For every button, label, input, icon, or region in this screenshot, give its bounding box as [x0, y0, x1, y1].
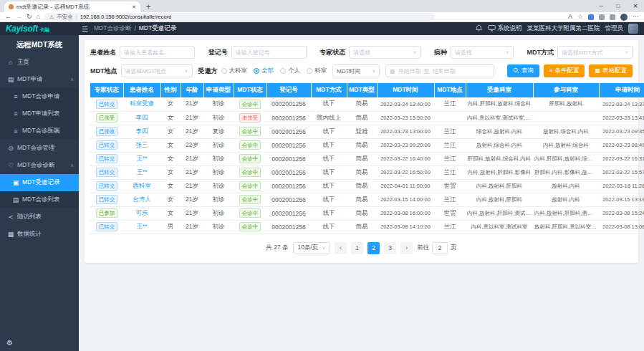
- window-close-button[interactable]: ✕: [627, 3, 644, 9]
- sidebar-item-mdt-apply-list[interactable]: ≡MDT申请列表: [0, 105, 79, 122]
- sidebar-item-mdt-invited-records[interactable]: ▣MDT受邀记录: [0, 174, 79, 191]
- cell-regno: 0002001256: [266, 111, 311, 125]
- notification-bell-icon[interactable]: [475, 24, 483, 34]
- new-tab-button[interactable]: +: [146, 3, 150, 11]
- expert-status-label: 专家状态: [319, 48, 345, 57]
- patient-name-link[interactable]: 王**: [136, 223, 147, 230]
- cell-joined-depts: 内科,放射科,肝胆科,测试科室: [533, 206, 599, 220]
- heart-icon: ♡: [7, 162, 14, 169]
- extension-icon[interactable]: [599, 14, 605, 20]
- date-range-picker[interactable]: ▦ 开始日期 至 结束日期: [385, 64, 494, 77]
- security-warning-icon[interactable]: ⚠: [49, 14, 54, 20]
- invitee-radio-科室[interactable]: 科室: [307, 67, 327, 75]
- sidebar-item-mdt-apply[interactable]: ▤MDT申请∧: [0, 71, 79, 88]
- form-icon: ▤: [7, 76, 14, 83]
- cell-mdt-status: 会诊中: [234, 152, 266, 165]
- patient-name-input[interactable]: [120, 46, 195, 59]
- mdt-status-badge: 会诊中: [239, 100, 261, 109]
- url-bar[interactable]: ⚠ 不安全 | 192.168.0.156:9002/consultalle/r…: [44, 13, 435, 21]
- condition-config-button[interactable]: ≡ 条件配置: [544, 64, 585, 77]
- patient-name-link[interactable]: 西科室: [133, 182, 151, 189]
- extension-icon[interactable]: [588, 14, 594, 20]
- mdt-status-badge: 会诊中: [239, 222, 261, 231]
- cell-expert-status: 已接受: [90, 111, 123, 125]
- sidebar-item-mdt-consult-list[interactable]: ▤MDT会诊列表: [0, 191, 79, 208]
- invitee-radio-大科室[interactable]: 大科室: [221, 67, 248, 75]
- patient-name-link[interactable]: 可乐: [136, 209, 148, 216]
- patient-name-link[interactable]: 台湾人: [133, 196, 151, 203]
- cell-joined-depts: 内科,肝胆科,放射科,综合科: [533, 152, 599, 165]
- patient-name-link[interactable]: 张三: [136, 141, 148, 148]
- forward-icon[interactable]: →: [16, 14, 22, 20]
- table-row: 已转交张三女22岁初诊会诊中0002001256线下简易2022-03-23 0…: [90, 138, 644, 152]
- expert-status-select[interactable]: 请选择 ∨: [349, 46, 420, 59]
- invitee-radio-全部[interactable]: 全部: [254, 67, 274, 75]
- patient-name-link[interactable]: 科室受邀: [130, 100, 154, 107]
- collapse-sidebar-icon[interactable]: ☰: [82, 25, 88, 33]
- cell-invited-depts: 内科,放射科,肝胆科: [466, 179, 533, 193]
- window-minimize-button[interactable]: ─: [592, 3, 610, 9]
- sidebar-item-mdt-consult-order[interactable]: ≡MDT会诊医嘱: [0, 122, 79, 140]
- invitee-radio-个人[interactable]: 个人: [280, 67, 300, 75]
- sidebar-nav: ⌂主页▤MDT申请∧≡MDT会诊申请≡MDT申请列表≡MDT会诊医嘱⊙MDT会诊…: [0, 54, 79, 243]
- patient-name-link[interactable]: 王**: [136, 155, 147, 162]
- cell-patient-name: 可乐: [123, 206, 160, 220]
- cell-invited-depts: 内科,放射科,肝胆科,测试科室: [466, 206, 533, 220]
- tab-close-icon[interactable]: ✕: [132, 4, 136, 10]
- home-icon: ⌂: [7, 59, 14, 66]
- system-help-button[interactable]: 系统说明: [488, 24, 522, 33]
- cell-mdt-type: 简易: [347, 220, 377, 234]
- chevron-up-icon: ∧: [70, 77, 74, 82]
- regno-input[interactable]: [231, 46, 307, 59]
- cell-mdt-place: 兰江: [434, 138, 466, 152]
- expert-status-badge: 已转交: [96, 168, 118, 177]
- back-icon[interactable]: ←: [5, 14, 11, 20]
- browser-tab[interactable]: mdt受邀记录 - 远程MDT系统 ✕: [4, 1, 140, 12]
- sidebar-item-home[interactable]: ⌂主页: [0, 54, 79, 71]
- next-page-button[interactable]: ›: [400, 242, 413, 254]
- browser-menu-icon[interactable]: ⋯: [633, 14, 639, 20]
- sidebar-item-follow-up-list[interactable]: ≺随访列表: [0, 208, 79, 226]
- search-button[interactable]: 查询: [507, 64, 539, 77]
- logo-text: Kayisoft: [6, 24, 38, 34]
- window-maximize-button[interactable]: □: [610, 3, 627, 9]
- patient-name-link[interactable]: 李四: [136, 128, 148, 135]
- list-icon: ≡: [12, 110, 19, 117]
- goto-page: 前往 页: [417, 242, 457, 254]
- cell-patient-name: 王**: [123, 220, 160, 234]
- cell-expert-status: 已接收: [90, 125, 123, 138]
- page-button-3[interactable]: 3: [384, 242, 396, 254]
- disease-select[interactable]: 请选择 ∨: [451, 46, 514, 59]
- home-icon[interactable]: ⌂: [37, 14, 40, 20]
- cell-mdt-time: 2022-03-22 16:40:00: [377, 152, 434, 165]
- user-avatar[interactable]: [628, 24, 638, 34]
- sidebar-item-data-stats[interactable]: ▦数据统计: [0, 226, 79, 243]
- sidebar-item-mdt-manage[interactable]: ⊙MDT会诊管理: [0, 140, 79, 157]
- page-button-1[interactable]: 1: [351, 242, 363, 254]
- mdt-mode-select[interactable]: 请选择MDT方式 ∨: [557, 46, 633, 59]
- favorite-star-icon[interactable]: ☆: [577, 14, 583, 20]
- patient-name-link[interactable]: 王**: [136, 168, 147, 176]
- page-button-2[interactable]: 2: [367, 242, 380, 254]
- cell-mdt-mode: 线下: [311, 165, 347, 179]
- cell-apply-type: 初诊: [203, 138, 234, 152]
- patient-name-link[interactable]: 李四: [136, 114, 148, 121]
- page-size-select[interactable]: 10条/页 ∨: [293, 242, 331, 254]
- cell-mdt-status: 会诊中: [234, 138, 266, 152]
- settings-gear-icon[interactable]: ⚙: [0, 335, 79, 351]
- sidebar-item-mdt-diagnosis[interactable]: ♡MDT会诊诊断∧: [0, 157, 79, 174]
- extension-icon[interactable]: [610, 14, 615, 20]
- table-config-button[interactable]: ▦ 表格配置: [589, 64, 633, 77]
- cell-expert-status: 已转交: [90, 138, 123, 152]
- goto-page-input[interactable]: [432, 242, 448, 254]
- browser-profile-avatar[interactable]: [620, 14, 628, 21]
- mdt-time-select[interactable]: MDT时间 ∨: [332, 64, 380, 77]
- mdt-place-select[interactable]: 请选择MDT地点 ∨: [121, 64, 193, 77]
- sidebar-item-mdt-consult-apply[interactable]: ≡MDT会诊申请: [0, 88, 79, 105]
- cell-mdt-status: 会诊中: [234, 125, 266, 138]
- refresh-icon[interactable]: ↻: [27, 14, 32, 20]
- radio-dot-icon: [254, 68, 259, 74]
- read-aloud-icon[interactable]: A: [568, 14, 572, 20]
- prev-page-button[interactable]: ‹: [335, 242, 347, 254]
- column-header: 专家状态: [90, 83, 123, 97]
